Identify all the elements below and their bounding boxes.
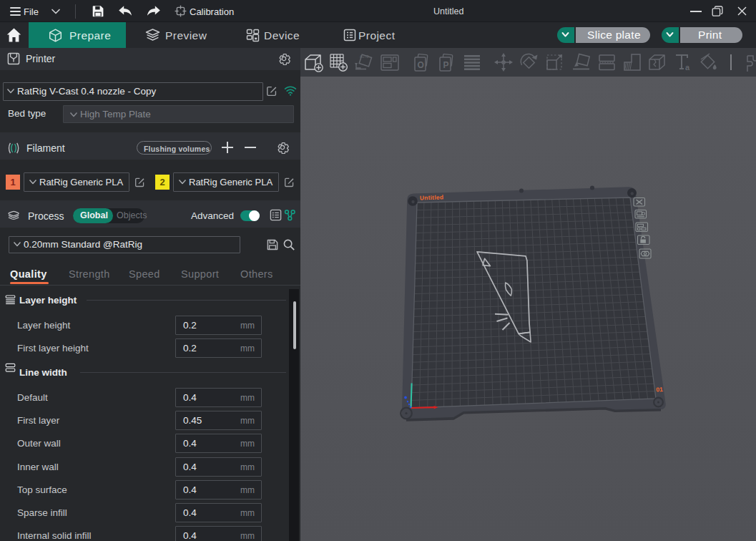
svg-text:01: 01 bbox=[656, 386, 663, 394]
svg-text:P: P bbox=[443, 60, 449, 70]
svg-text:Untitled: Untitled bbox=[420, 193, 444, 201]
svg-text:AUTO: AUTO bbox=[360, 55, 369, 59]
svg-text:O: O bbox=[418, 60, 424, 70]
svg-text:a: a bbox=[685, 63, 690, 72]
